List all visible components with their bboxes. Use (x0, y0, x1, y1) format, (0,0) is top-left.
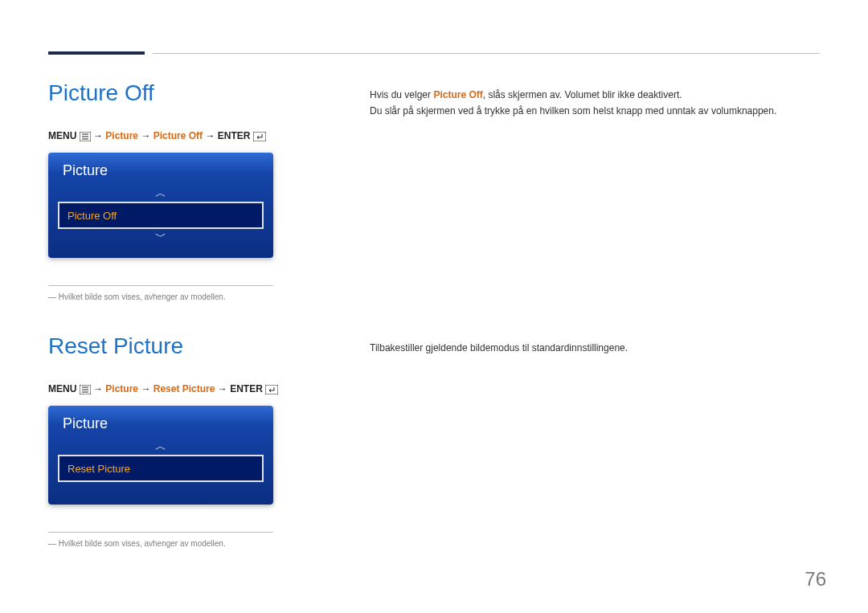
breadcrumb-picture: Picture (105, 383, 138, 394)
breadcrumb-arrow: → (141, 130, 153, 141)
breadcrumb-picture-off: Picture Off (154, 130, 203, 141)
body-paragraph: Tilbakestiller gjeldende bildemodus til … (370, 340, 820, 356)
breadcrumb-arrow: → (93, 383, 105, 394)
header-thick-rule (48, 51, 145, 55)
menu-icon (80, 132, 91, 141)
footnote-divider (48, 532, 273, 533)
footnote: ― Hvilket bilde som vises, avhenger av m… (48, 292, 330, 301)
footnote-divider (48, 285, 273, 286)
body-paragraph: Du slår på skjermen ved å trykke på en h… (370, 103, 820, 119)
body-paragraph: Hvis du velger Picture Off, slås skjerme… (370, 87, 820, 103)
chevron-down-icon[interactable]: ﹀ (48, 229, 273, 245)
breadcrumb-arrow: → (218, 383, 230, 394)
header-thin-rule (153, 53, 820, 54)
chevron-up-icon[interactable]: ︿ (48, 186, 273, 202)
left-column: Picture Off MENU → Picture → Picture Off… (48, 80, 330, 301)
enter-icon (265, 385, 278, 394)
breadcrumb: MENU → Picture → Reset Picture → ENTER (48, 383, 330, 394)
breadcrumb-arrow: → (205, 130, 217, 141)
body-text-pre: Hvis du velger (370, 89, 433, 100)
panel-title: Picture (48, 153, 273, 186)
footnote: ― Hvilket bilde som vises, avhenger av m… (48, 539, 330, 548)
menu-panel: Picture ︿ Picture Off ﹀ (48, 153, 273, 258)
menu-icon (80, 385, 91, 394)
panel-title: Picture (48, 406, 273, 439)
menu-panel: Picture ︿ Reset Picture (48, 406, 273, 505)
breadcrumb-picture: Picture (105, 130, 138, 141)
breadcrumb-menu: MENU (48, 383, 80, 394)
menu-list: ︿ Reset Picture (48, 439, 273, 482)
breadcrumb-enter: ENTER (230, 383, 265, 394)
right-column: Hvis du velger Picture Off, slås skjerme… (370, 80, 820, 120)
enter-icon (253, 132, 266, 141)
breadcrumb-enter: ENTER (218, 130, 253, 141)
menu-item-picture-off[interactable]: Picture Off (58, 202, 264, 229)
section-title: Reset Picture (48, 333, 330, 359)
menu-item-label: Reset Picture (68, 463, 130, 475)
breadcrumb: MENU → Picture → Picture Off → ENTER (48, 130, 330, 141)
svg-rect-9 (265, 385, 278, 394)
breadcrumb-reset-picture: Reset Picture (154, 383, 215, 394)
menu-list: ︿ Picture Off ﹀ (48, 186, 273, 245)
breadcrumb-arrow: → (141, 383, 153, 394)
menu-item-reset-picture[interactable]: Reset Picture (58, 455, 264, 482)
menu-item-label: Picture Off (68, 210, 117, 222)
section-title: Picture Off (48, 80, 330, 106)
body-text-post: , slås skjermen av. Volumet blir ikke de… (483, 89, 682, 100)
chevron-up-icon[interactable]: ︿ (48, 439, 273, 455)
right-column: Tilbakestiller gjeldende bildemodus til … (370, 333, 820, 356)
svg-rect-4 (253, 132, 266, 141)
page-content: Picture Off MENU → Picture → Picture Off… (0, 0, 868, 548)
page-number: 76 (805, 568, 826, 591)
body-highlight: Picture Off (433, 89, 482, 100)
breadcrumb-menu: MENU (48, 130, 80, 141)
section-reset-picture: Reset Picture MENU → Picture → Reset Pic… (48, 333, 820, 548)
left-column: Reset Picture MENU → Picture → Reset Pic… (48, 333, 330, 548)
section-picture-off: Picture Off MENU → Picture → Picture Off… (48, 80, 820, 301)
breadcrumb-arrow: → (93, 130, 105, 141)
